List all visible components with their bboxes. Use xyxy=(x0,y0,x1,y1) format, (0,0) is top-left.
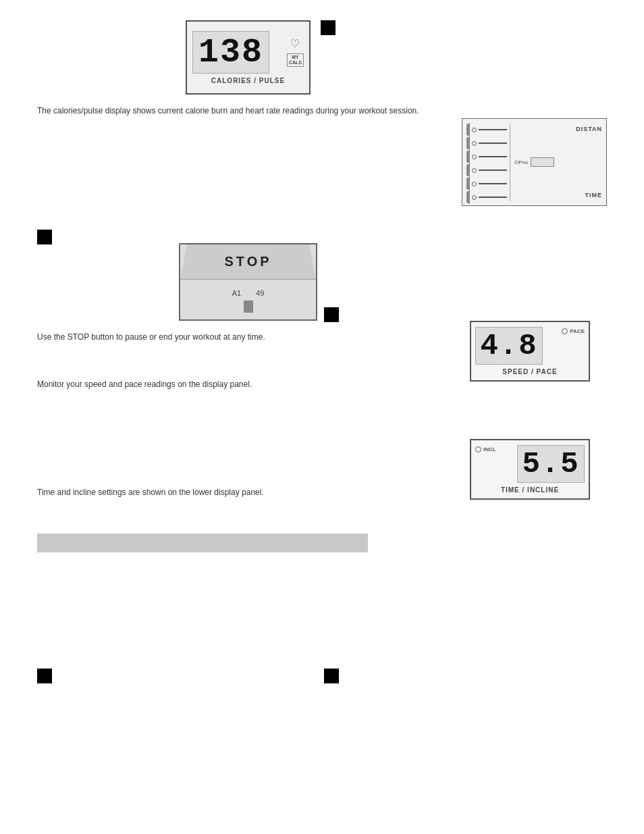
speed-label: SPEED / PACE xyxy=(502,368,557,375)
grid-dot-5 xyxy=(472,182,477,186)
grid-row-1 xyxy=(466,123,507,136)
section-marker-5 xyxy=(324,669,339,683)
stop-indicator-49: 49 xyxy=(256,289,264,297)
body-text-1: The calories/pulse display shows current… xyxy=(37,105,429,118)
stop-bottom-section: A1 49 xyxy=(180,280,316,321)
grid-row-3 xyxy=(466,150,507,163)
calories-pulse-display: 138 ♡ MYCALS CALORIES / PULSE xyxy=(186,20,311,95)
grid-row-4 xyxy=(466,163,507,177)
stop-indicators: A1 49 xyxy=(232,289,265,297)
grid-row-2 xyxy=(466,136,507,150)
gray-bar xyxy=(37,533,368,552)
body-text-3: Monitor your speed and pace readings on … xyxy=(37,378,307,391)
calories-value: 138 xyxy=(192,31,269,74)
calories-label: CALORIES / PULSE xyxy=(211,77,285,84)
grid-time-label: TIME xyxy=(585,192,603,199)
body-text-2: Use the STOP button to pause or end your… xyxy=(37,331,307,344)
section-marker-3 xyxy=(324,307,339,322)
stop-indicator-a1: A1 xyxy=(232,289,241,297)
incl-dot xyxy=(475,446,481,452)
speed-pace-display: 4.8 PACE SPEED / PACE xyxy=(470,321,590,382)
grid-dot-1 xyxy=(472,128,477,132)
body-text-4: Time and incline settings are shown on t… xyxy=(37,486,307,499)
section-marker-4 xyxy=(37,669,52,683)
time-value: 5.5 xyxy=(517,445,585,483)
time-label: TIME / INCLINE xyxy=(501,486,559,494)
grid-dot-6 xyxy=(472,195,477,200)
stop-button-display: STOP A1 49 xyxy=(179,243,317,321)
stop-stem xyxy=(244,301,253,313)
grid-dot-3 xyxy=(472,155,477,159)
grid-dist-label: DISTAN xyxy=(576,126,602,132)
stop-label[interactable]: STOP xyxy=(224,254,271,269)
grid-right-col: DISTAN OPns TIME xyxy=(510,123,602,201)
workout-grid-display: DISTAN OPns TIME xyxy=(462,118,607,206)
pace-dot xyxy=(562,328,568,334)
grid-row-6 xyxy=(466,190,507,204)
speed-value: 4.8 xyxy=(475,327,543,365)
stop-top-section: STOP xyxy=(180,244,316,280)
section-marker-2 xyxy=(37,230,52,244)
time-incline-display: INCL 5.5 TIME / INCLINE xyxy=(470,439,590,500)
heart-icon: ♡ xyxy=(290,37,300,50)
incl-label: INCL xyxy=(483,446,496,452)
grid-row-5 xyxy=(466,177,507,190)
display-icons: ♡ MYCALS xyxy=(287,37,304,68)
grid-dot-4 xyxy=(472,168,477,173)
pace-label: PACE xyxy=(570,328,585,334)
pace-indicator: PACE xyxy=(562,328,585,334)
grid-left-col xyxy=(466,123,510,201)
grid-ops-box xyxy=(531,157,554,167)
grid-ops-label: OPns xyxy=(514,159,528,165)
grid-dot-2 xyxy=(472,141,477,146)
incl-indicator: INCL xyxy=(475,446,496,452)
my-cals-label: MYCALS xyxy=(287,53,304,68)
section-marker-1 xyxy=(321,20,336,35)
